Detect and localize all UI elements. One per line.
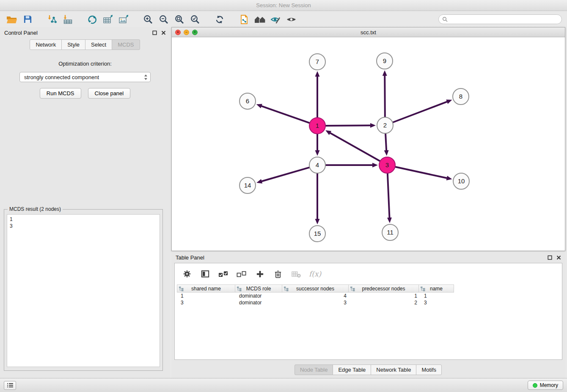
edge-4-14[interactable] (261, 167, 310, 181)
traffic-lights: × − + (175, 30, 198, 35)
graph-node-6[interactable]: 6 (239, 93, 256, 109)
graph-node-9[interactable]: 9 (377, 53, 393, 69)
show-details-button[interactable] (284, 13, 298, 26)
export-network-button[interactable] (85, 13, 99, 26)
column-selector-button[interactable] (200, 268, 211, 279)
tab-mcds[interactable]: MCDS (112, 39, 140, 50)
table-panel-float-button[interactable] (548, 255, 552, 260)
delete-table-button[interactable] (291, 268, 302, 279)
graph-node-3[interactable]: 3 (379, 157, 395, 173)
column-header-shared-name[interactable]: shared name (177, 284, 235, 293)
table-settings-button[interactable] (182, 268, 193, 279)
edge-3-10[interactable] (395, 167, 448, 178)
edge-1-6[interactable] (261, 106, 310, 123)
tab-edge-table[interactable]: Edge Table (333, 364, 371, 375)
task-history-button[interactable] (4, 381, 16, 390)
tab-node-table[interactable]: Node Table (295, 364, 333, 375)
graph-node-4[interactable]: 4 (309, 157, 325, 173)
save-session-button[interactable] (21, 13, 34, 26)
network-canvas[interactable]: 7968124314101511 (172, 37, 565, 251)
tab-network-table[interactable]: Network Table (371, 364, 416, 375)
edge-3-1[interactable] (330, 133, 380, 161)
control-panel-close-button[interactable] (161, 30, 166, 35)
zoom-out-button[interactable] (157, 13, 171, 26)
graph-node-label: 4 (316, 161, 319, 168)
select-all-columns-button[interactable] (218, 268, 229, 279)
graph-node-1[interactable]: 1 (309, 118, 325, 134)
table-cell: dominator (236, 299, 283, 306)
network-view-window: × − + scc.txt 7968124314101511 (171, 27, 565, 251)
graph-node-label: 1 (316, 122, 319, 129)
column-header-name[interactable]: name (418, 284, 454, 293)
window-zoom-button[interactable]: + (192, 30, 198, 35)
table-row[interactable]: 3dominator323 (175, 299, 562, 306)
create-column-button[interactable] (254, 268, 265, 279)
mcds-result-line: 1 (10, 216, 157, 223)
import-table-file-button[interactable] (61, 13, 74, 26)
deselect-all-columns-button[interactable] (236, 268, 247, 279)
export-image-icon (118, 14, 129, 24)
search-input[interactable] (450, 17, 558, 22)
export-image-button[interactable] (117, 13, 130, 26)
run-mcds-button[interactable]: Run MCDS (40, 88, 81, 99)
network-window-titlebar[interactable]: × − + scc.txt (172, 28, 565, 37)
column-header-MCDS-role[interactable]: MCDS role (235, 284, 282, 293)
edge-arrowhead (256, 104, 262, 108)
list-icon (7, 383, 13, 387)
edge-3-11[interactable] (388, 173, 390, 218)
graph-node-11[interactable]: 11 (382, 224, 398, 240)
tab-style[interactable]: Style (61, 39, 85, 50)
memory-button[interactable]: Memory (528, 381, 563, 390)
mcds-result-list[interactable]: 13 (7, 214, 160, 367)
window-close-button[interactable]: × (175, 30, 181, 35)
export-table-button[interactable] (101, 13, 115, 26)
eye-pencil-icon (270, 14, 281, 25)
graph-node-15[interactable]: 15 (309, 226, 325, 242)
criterion-dropdown[interactable]: strongly connected component (19, 72, 151, 82)
delete-columns-button[interactable] (272, 268, 284, 279)
control-panel-float-button[interactable] (152, 30, 157, 35)
columns-icon (201, 270, 209, 278)
tab-motifs[interactable]: Motifs (416, 364, 442, 375)
column-header-successor-nodes[interactable]: successor nodes (282, 284, 349, 293)
edge-arrowhead (446, 99, 452, 104)
close-panel-button[interactable]: Close panel (88, 88, 131, 99)
window-minimize-button[interactable]: − (184, 30, 189, 35)
table-cell: 1 (350, 293, 421, 299)
edge-2-9[interactable] (385, 75, 385, 117)
gear-icon (183, 270, 191, 278)
edge-2-8[interactable] (393, 102, 448, 123)
annotation-button[interactable] (269, 13, 282, 26)
zoom-fit-button[interactable] (173, 13, 186, 26)
zoom-selected-button[interactable] (188, 13, 202, 26)
edge-arrowhead (446, 176, 452, 180)
tab-network[interactable]: Network (30, 39, 62, 50)
table-panel-close-button[interactable] (556, 255, 561, 260)
import-network-file-button[interactable] (45, 13, 59, 26)
table-panel-title: Table Panel (176, 254, 204, 261)
graph-node-label: 14 (244, 182, 251, 189)
column-header-predecessor-nodes[interactable]: predecessor nodes (348, 284, 419, 293)
graph-node-10[interactable]: 10 (453, 173, 469, 189)
home-view-button[interactable] (253, 13, 267, 26)
function-builder-button[interactable]: f(x) (309, 268, 321, 279)
graph-node-14[interactable]: 14 (239, 177, 256, 193)
trash-icon (274, 270, 282, 279)
edge-arrowhead (387, 218, 392, 223)
search-field[interactable] (438, 14, 562, 24)
open-session-button[interactable] (5, 13, 19, 26)
table-row[interactable]: 1dominator411 (175, 293, 562, 299)
refresh-icon (215, 14, 225, 25)
fx-icon: f(x) (309, 270, 321, 278)
zoom-in-button[interactable] (141, 13, 155, 26)
graph-node-label: 9 (383, 57, 386, 64)
graph-node-8[interactable]: 8 (453, 88, 469, 105)
graph-node-2[interactable]: 2 (377, 117, 393, 133)
table-tabs: Node TableEdge TableNetwork TableMotifs (171, 364, 565, 375)
tab-select[interactable]: Select (85, 39, 112, 50)
edge-1-2[interactable] (325, 125, 371, 126)
graph-node-7[interactable]: 7 (309, 54, 325, 70)
edge-2-3[interactable] (385, 133, 386, 151)
export-document-button[interactable] (237, 13, 251, 26)
refresh-view-button[interactable] (213, 13, 226, 26)
